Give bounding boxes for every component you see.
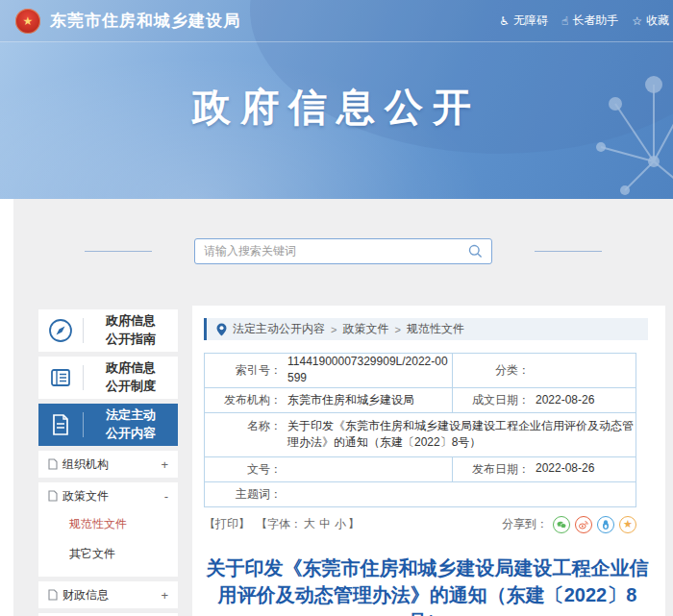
meta-publish-date-value: 2022-08-26 <box>530 460 636 477</box>
topbar: ★ 东莞市住房和城乡建设局 ♿ 无障碍 ☝ 长者助手 ☆ 收藏 <box>0 0 673 42</box>
page-icon <box>48 589 58 601</box>
meta-keywords-label: 主题词： <box>205 486 282 503</box>
sidebar-item-policy-label: 政策文件 <box>62 488 109 505</box>
header-banner: ★ 东莞市住房和城乡建设局 ♿ 无障碍 ☝ 长者助手 ☆ 收藏 政府信息公开 <box>0 0 673 199</box>
breadcrumb-item-policy[interactable]: 政策文件 <box>342 321 388 337</box>
expand-toggle[interactable]: + <box>161 588 168 603</box>
meta-index-value: 11441900007329909L/2022-00599 <box>282 354 452 387</box>
article-title: 关于印发《东莞市住房和城乡建设局建设工程企业信用评价及动态管理办法》的通知（东建… <box>206 554 650 616</box>
meta-keywords-cell: 主题词： <box>205 486 636 503</box>
meta-name-cell: 名称： 关于印发《东莞市住房和城乡建设局建设工程企业信用评价及动态管理办法》的通… <box>205 418 636 452</box>
weibo-icon <box>578 519 589 530</box>
font-size-suffix: 】 <box>348 516 360 532</box>
sidebar-item-guide[interactable]: 政府信息 公开指南 <box>38 309 178 352</box>
favorite-label: 收藏 <box>646 12 669 29</box>
sidebar-item-system[interactable]: 政府信息 公开制度 <box>38 357 178 399</box>
sidebar-item-system-label: 政府信息 公开制度 <box>84 359 178 396</box>
accessibility-link[interactable]: ♿ 无障碍 <box>499 12 548 29</box>
meta-category-label: 分类： <box>453 362 530 379</box>
meta-doc-no-label: 文号： <box>205 461 282 478</box>
share-weibo-button[interactable] <box>575 516 592 533</box>
meta-written-date-cell: 成文日期： 2022-08-26 <box>452 388 636 412</box>
document-icon <box>38 413 83 436</box>
qq-icon <box>600 519 611 530</box>
share-wechat-button[interactable] <box>553 516 570 533</box>
search-button[interactable] <box>468 244 483 259</box>
page-title: 政府信息公开 <box>0 81 673 134</box>
search-box <box>194 238 492 264</box>
topbar-links: ♿ 无障碍 ☝ 长者助手 ☆ 收藏 <box>499 12 669 29</box>
sidebar-item-other-files[interactable]: 其它文件 <box>38 539 178 569</box>
main-content: 法定主动公开内容 > 政策文件 > 规范性文件 索引号： 11441900007… <box>192 306 665 616</box>
site-title[interactable]: 东莞市住房和城乡建设局 <box>50 10 240 32</box>
sidebar-item-guide-label: 政府信息 公开指南 <box>84 312 178 349</box>
meta-index-cell: 索引号： 11441900007329909L/2022-00599 <box>205 354 452 387</box>
favorite-link[interactable]: ☆ 收藏 <box>632 12 669 29</box>
font-size-small-button[interactable]: 小 <box>335 516 346 532</box>
accessibility-label: 无障碍 <box>513 12 548 29</box>
font-size-medium-button[interactable]: 中 <box>319 516 331 532</box>
sidebar-item-statutory-disclosure[interactable]: 法定主动 公开内容 <box>38 404 178 446</box>
font-size-prefix: 【字体： <box>256 516 302 532</box>
share-label: 分享到： <box>502 516 548 532</box>
qzone-star-icon: ★ <box>623 519 633 530</box>
compass-icon <box>38 318 83 343</box>
share-bar: 分享到： <box>502 516 636 533</box>
sidebar-item-normative-files[interactable]: 规范性文件 <box>38 509 178 539</box>
search-icon <box>468 244 483 259</box>
elder-assistant-link[interactable]: ☝ 长者助手 <box>561 12 618 29</box>
meta-name-label: 名称： <box>205 418 282 434</box>
decor-line-left <box>85 251 152 252</box>
meta-publisher-cell: 发布机构： 东莞市住房和城乡建设局 <box>205 392 452 408</box>
meta-index-label: 索引号： <box>205 362 282 379</box>
hand-icon: ☝ <box>561 14 568 28</box>
sidebar-item-organization[interactable]: 组织机构 + <box>38 451 178 478</box>
print-button[interactable]: 【打印】 <box>204 516 250 532</box>
breadcrumb-item-normative[interactable]: 规范性文件 <box>407 321 464 337</box>
search-input[interactable] <box>204 244 468 258</box>
meta-publisher-value: 东莞市住房和城乡建设局 <box>282 392 452 408</box>
accessibility-icon: ♿ <box>499 14 510 28</box>
meta-name-value: 关于印发《东莞市住房和城乡建设局建设工程企业信用评价及动态管理办法》的通知（东建… <box>282 418 636 452</box>
sidebar-item-organization-label: 组织机构 <box>62 456 109 473</box>
meta-publisher-label: 发布机构： <box>205 392 282 408</box>
meta-doc-no-cell: 文号： <box>205 461 452 478</box>
location-pin-icon <box>216 323 227 336</box>
breadcrumb-separator: > <box>394 324 400 335</box>
sidebar-item-statutory-label: 法定主动 公开内容 <box>84 407 178 443</box>
sidebar-item-finance[interactable]: 财政信息 + <box>38 581 178 608</box>
search-section <box>13 235 673 266</box>
page: ★ 东莞市住房和城乡建设局 ♿ 无障碍 ☝ 长者助手 ☆ 收藏 政府信息公开 <box>0 0 673 616</box>
sidebar-item-finance-label: 财政信息 <box>62 587 109 604</box>
elder-assistant-label: 长者助手 <box>572 12 618 29</box>
page-icon <box>48 458 58 470</box>
meta-publish-date-cell: 发布日期： 2022-08-26 <box>452 457 636 481</box>
breadcrumb: 法定主动公开内容 > 政策文件 > 规范性文件 <box>204 318 648 340</box>
share-qq-button[interactable] <box>597 516 614 533</box>
expand-toggle[interactable]: + <box>161 457 168 472</box>
document-meta-table: 索引号： 11441900007329909L/2022-00599 分类： 发… <box>204 353 636 507</box>
star-outline-icon: ☆ <box>632 14 642 28</box>
meta-written-date-value: 2022-08-26 <box>530 392 636 408</box>
decor-line-right <box>535 251 602 252</box>
notebook-icon <box>38 365 83 390</box>
meta-written-date-label: 成文日期： <box>453 392 530 408</box>
national-emblem-logo: ★ <box>15 9 40 34</box>
sidebar: 政府信息 公开指南 政府信息 公开制度 <box>38 309 178 616</box>
meta-category-cell: 分类： <box>452 354 636 387</box>
share-qzone-button[interactable]: ★ <box>619 516 636 533</box>
meta-publish-date-label: 发布日期： <box>453 461 530 478</box>
page-icon <box>48 490 58 502</box>
font-size-large-button[interactable]: 大 <box>304 516 315 532</box>
collapse-toggle[interactable]: - <box>164 489 168 504</box>
breadcrumb-separator: > <box>331 324 336 335</box>
breadcrumb-item-statutory[interactable]: 法定主动公开内容 <box>233 321 325 337</box>
wechat-icon <box>556 519 567 530</box>
toolbar: 【打印】 【字体： 大 中 小 】 分享到： <box>204 516 636 533</box>
sidebar-item-policy-files[interactable]: 政策文件 - <box>38 482 178 509</box>
